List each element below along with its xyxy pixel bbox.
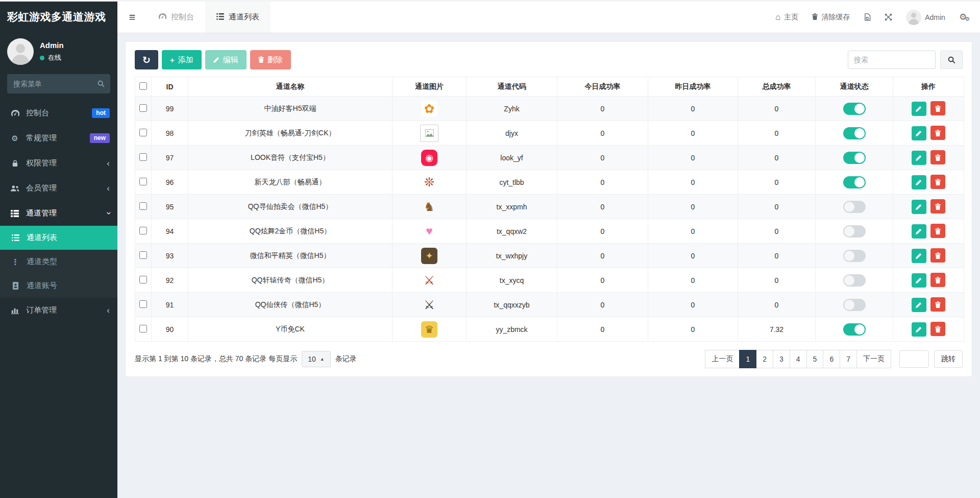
prev-page-button[interactable]: 上一页 — [705, 350, 740, 368]
row-delete-button[interactable] — [930, 126, 945, 140]
row-delete-button[interactable] — [930, 150, 945, 164]
table-search-input[interactable] — [848, 51, 936, 69]
row-edit-button[interactable] — [912, 126, 926, 140]
add-button[interactable]: + 添加 — [162, 50, 202, 69]
search-icon[interactable] — [97, 80, 105, 89]
row-edit-button[interactable] — [912, 175, 926, 189]
row-checkbox[interactable] — [139, 153, 147, 161]
edit-button[interactable]: 编辑 — [205, 50, 247, 69]
yesterday-success-rate: 0 — [648, 146, 738, 170]
page-button-6[interactable]: 6 — [823, 350, 840, 368]
row-checkbox[interactable] — [139, 178, 147, 185]
row-delete-button[interactable] — [930, 322, 945, 336]
row-delete-button[interactable] — [930, 175, 945, 189]
new-badge: new — [90, 133, 110, 144]
sidebar-item-console[interactable]: 控制台 hot — [0, 101, 117, 126]
refresh-page-icon[interactable] — [864, 13, 871, 21]
home-link[interactable]: ⌂ 主页 — [775, 12, 798, 22]
table-row: 99 中油好客H5双端 ✿ Zyhk 0 0 0 — [135, 97, 964, 121]
row-delete-button[interactable] — [930, 248, 945, 263]
sidebar-item-orders[interactable]: 订单管理 ‹ — [0, 298, 117, 323]
page-jump-button[interactable]: 跳转 — [934, 350, 963, 368]
today-success-rate: 0 — [557, 293, 648, 317]
clear-cache-button[interactable]: 清除缓存 — [812, 13, 850, 22]
page-button-4[interactable]: 4 — [790, 350, 807, 368]
channel-status-toggle[interactable] — [843, 176, 866, 188]
row-edit-button[interactable] — [912, 224, 926, 239]
yesterday-success-rate: 0 — [648, 244, 738, 268]
channel-status-toggle[interactable] — [843, 250, 866, 262]
sidebar-item-members[interactable]: 会员管理 ‹ — [0, 176, 117, 201]
sidebar-toggle-button[interactable]: ≡ — [117, 2, 147, 33]
channel-image — [420, 125, 438, 142]
page-jump-input[interactable] — [899, 350, 929, 368]
sidebar-item-channel-list[interactable]: 通道列表 — [0, 226, 117, 250]
channel-status-toggle[interactable] — [843, 152, 866, 164]
row-checkbox[interactable] — [139, 104, 147, 112]
row-delete-button[interactable] — [930, 199, 945, 214]
top-navbar: ≡ 控制台 通道列表 ⌂ 主页 — [117, 2, 980, 33]
table-row: 92 QQ轩辕传奇（微信H5） ⚔ tx_xycq 0 0 0 — [135, 268, 964, 293]
channel-image: ✿ — [421, 101, 437, 117]
page-button-3[interactable]: 3 — [773, 350, 790, 368]
channel-image: ⚔ — [421, 272, 437, 289]
row-checkbox[interactable] — [139, 202, 147, 210]
row-delete-button[interactable] — [930, 297, 945, 312]
page-size-dropdown[interactable]: 10 ▲ — [302, 351, 331, 367]
channel-status-toggle[interactable] — [843, 103, 866, 115]
sidebar-item-channel-accounts[interactable]: 通道账号 — [0, 274, 117, 298]
row-checkbox[interactable] — [139, 276, 147, 283]
row-checkbox[interactable] — [139, 129, 147, 136]
table-row: 96 新天龙八部（畅易通） ❊ cyt_tlbb 0 0 0 — [135, 170, 964, 195]
channel-name: Y币免CK — [188, 317, 393, 342]
tab-channel-list[interactable]: 通道列表 — [205, 2, 271, 33]
user-menu[interactable]: Admin — [906, 10, 945, 25]
row-edit-button[interactable] — [912, 151, 926, 165]
table-search-button[interactable] — [940, 51, 963, 69]
page-button-7[interactable]: 7 — [840, 350, 857, 368]
channel-status-toggle[interactable] — [843, 299, 866, 311]
tab-console[interactable]: 控制台 — [147, 2, 205, 33]
row-checkbox[interactable] — [139, 300, 147, 308]
channel-status-toggle[interactable] — [843, 127, 866, 139]
refresh-button[interactable]: ↻ — [135, 50, 158, 69]
row-edit-button[interactable] — [912, 273, 926, 288]
channel-status-toggle[interactable] — [843, 274, 866, 287]
sidebar-search-input[interactable] — [7, 74, 110, 93]
row-checkbox[interactable] — [139, 325, 147, 333]
page-button-1[interactable]: 1 — [739, 350, 756, 368]
row-edit-button[interactable] — [912, 200, 926, 214]
sidebar-item-permissions[interactable]: 权限管理 ‹ — [0, 151, 117, 176]
sidebar-item-label: 通道管理 — [26, 208, 101, 218]
channel-status-toggle[interactable] — [843, 225, 866, 238]
sidebar-menu: 控制台 hot ⚙ 常规管理 new 权限管理 ‹ 会员管理 ‹ — [0, 101, 117, 226]
channel-id: 97 — [152, 146, 188, 170]
channel-id: 91 — [152, 293, 188, 317]
navbar-avatar — [906, 10, 921, 25]
fullscreen-icon[interactable] — [885, 13, 892, 21]
page-button-2[interactable]: 2 — [756, 350, 773, 368]
channel-status-toggle[interactable] — [843, 201, 866, 213]
sidebar-item-label: 通道列表 — [27, 233, 57, 243]
row-checkbox[interactable] — [139, 251, 147, 259]
page-button-5[interactable]: 5 — [806, 350, 824, 368]
sidebar-item-general[interactable]: ⚙ 常规管理 new — [0, 126, 117, 151]
row-edit-button[interactable] — [912, 298, 926, 312]
row-delete-button[interactable] — [930, 273, 945, 287]
row-edit-button[interactable] — [912, 102, 926, 116]
row-edit-button[interactable] — [912, 322, 926, 337]
delete-button[interactable]: 删除 — [250, 50, 291, 69]
channel-status-toggle[interactable] — [843, 323, 866, 336]
sidebar-item-channel-types[interactable]: ⋮ 通道类型 — [0, 250, 117, 274]
row-checkbox[interactable] — [139, 227, 147, 234]
settings-cogs-icon[interactable]: ⚙ ⚙ — [959, 12, 970, 22]
total-success-rate: 0 — [738, 97, 816, 121]
row-delete-button[interactable] — [930, 224, 945, 238]
select-all-checkbox[interactable] — [139, 82, 147, 90]
row-delete-button[interactable] — [930, 101, 945, 115]
sidebar-item-channels[interactable]: 通道管理 ‹ — [0, 201, 117, 226]
channel-code: cyt_tlbb — [467, 170, 557, 195]
row-edit-button[interactable] — [912, 249, 926, 263]
next-page-button[interactable]: 下一页 — [856, 350, 891, 368]
today-success-rate: 0 — [557, 170, 648, 195]
